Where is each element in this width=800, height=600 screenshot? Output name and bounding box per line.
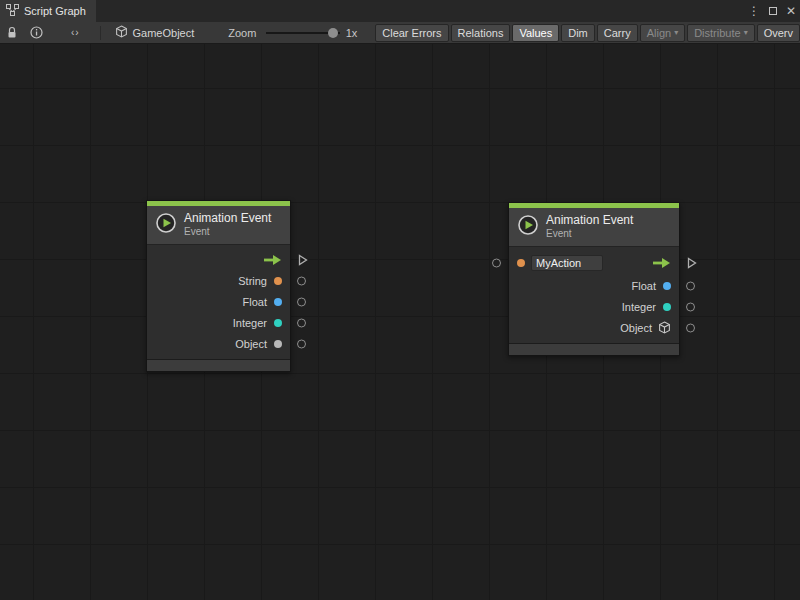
node-subtitle: Event [184,226,271,238]
object-output-port[interactable] [297,339,306,348]
dim-button[interactable]: Dim [561,24,595,42]
zoom-slider-knob[interactable] [328,28,338,38]
object-output-port[interactable] [686,323,695,332]
integer-output-port[interactable] [686,302,695,311]
float-output-port[interactable] [297,297,306,306]
node-title: Animation Event [184,212,271,226]
zoom-label: Zoom [228,27,256,39]
flow-output-port[interactable] [687,257,697,269]
output-row-float: Float [147,291,290,312]
node-header[interactable]: Animation Event Event [509,208,679,247]
action-name-field[interactable] [531,255,603,271]
string-output-port[interactable] [297,276,306,285]
tab-title: Script Graph [24,5,86,17]
distribute-button[interactable]: Distribute ▾ [687,24,754,42]
gameobject-label: GameObject [133,27,195,39]
flow-arrow-icon [263,254,282,266]
gameobject-selector[interactable]: GameObject [115,25,195,40]
string-port-icon [274,277,282,285]
port-label: Integer [233,317,267,329]
window-controls: ⋮ ✕ [748,0,796,22]
action-input-row [509,251,679,275]
event-play-icon [155,212,177,238]
output-row-string: String [147,270,290,291]
object-port-icon [274,340,282,348]
clear-errors-button[interactable]: Clear Errors [375,24,448,42]
flow-output-row [147,249,290,270]
script-graph-icon [6,4,19,18]
float-port-icon [274,298,282,306]
output-row-object: Object [509,317,679,338]
object-cube-icon [658,321,671,334]
name-input-port[interactable] [492,259,501,268]
zoom-value: 1x [346,27,358,39]
node-footer [147,359,290,371]
script-graph-window: Script Graph ⋮ ✕ ‹› [0,0,800,600]
integer-port-icon [663,303,671,311]
output-row-object: Object [147,333,290,354]
overview-button[interactable]: Overv [757,24,800,42]
info-icon[interactable] [30,26,43,39]
lock-icon[interactable] [6,26,18,39]
dropdown-caret-icon: ▾ [744,28,748,37]
port-label: Integer [622,301,656,313]
relations-button[interactable]: Relations [451,24,511,42]
dropdown-caret-icon: ▾ [674,28,678,37]
output-row-float: Float [509,275,679,296]
string-port-icon [517,259,525,267]
gameobject-icon [115,25,128,40]
port-label: Object [620,322,652,334]
graph-canvas[interactable]: Animation Event Event [0,44,800,600]
port-label: Object [235,338,267,350]
graph-toolbar: ‹› GameObject Zoom 1x Clear Errors Relat… [0,22,800,44]
node-animation-event-1[interactable]: Animation Event Event [146,200,291,372]
tab-bar: Script Graph ⋮ ✕ [0,0,800,22]
zoom-slider[interactable] [266,27,339,39]
port-label: String [238,275,267,287]
node-body: Float Integer Object [509,247,679,343]
tab-script-graph[interactable]: Script Graph [0,0,96,22]
node-header[interactable]: Animation Event Event [147,206,290,245]
carry-button[interactable]: Carry [597,24,638,42]
event-play-icon [517,214,539,240]
values-button[interactable]: Values [512,24,559,42]
port-label: Float [243,296,267,308]
output-row-integer: Integer [509,296,679,317]
code-toggle-icon[interactable]: ‹› [71,27,80,38]
output-row-integer: Integer [147,312,290,333]
float-port-icon [663,282,671,290]
node-subtitle: Event [546,228,633,240]
close-icon[interactable]: ✕ [786,5,796,17]
flow-output-port[interactable] [298,254,308,266]
align-button[interactable]: Align ▾ [640,24,685,42]
node-title: Animation Event [546,214,633,228]
node-footer [509,343,679,355]
toolbar-separator [100,26,101,40]
node-body: String Float Integer Object [147,245,290,359]
node-animation-event-2[interactable]: Animation Event Event [508,202,680,356]
integer-port-icon [274,319,282,327]
align-label: Align [647,27,671,39]
flow-arrow-icon [652,257,671,269]
kebab-menu-icon[interactable]: ⋮ [748,5,760,17]
float-output-port[interactable] [686,281,695,290]
distribute-label: Distribute [694,27,740,39]
port-label: Float [632,280,656,292]
maximize-icon[interactable] [769,7,777,15]
integer-output-port[interactable] [297,318,306,327]
